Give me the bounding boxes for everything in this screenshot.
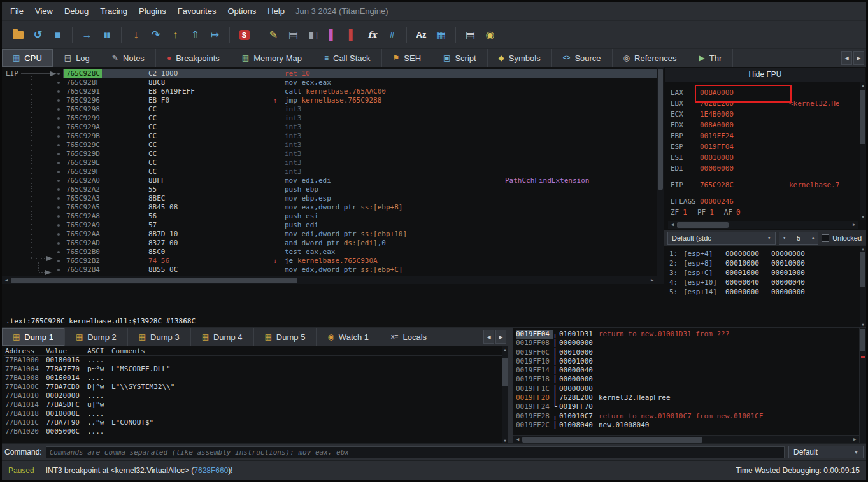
stack-row[interactable]: 0019FF08│00000000 bbox=[516, 339, 858, 348]
tab-seh[interactable]: ⚑SEH bbox=[382, 49, 433, 67]
scroll-thumb[interactable] bbox=[860, 90, 865, 144]
register-row-ecx[interactable]: ECX1E4B0000 bbox=[671, 109, 858, 120]
disasm-vertical-scrollbar[interactable] bbox=[657, 67, 664, 284]
dump-row[interactable]: 77BA100C77BA7CD0Đ|°wL"\\SYSTEM32\\" bbox=[4, 383, 508, 392]
open-file-icon[interactable] bbox=[10, 26, 27, 43]
disasm-row[interactable]: 765C929ACCint3 bbox=[2, 123, 664, 132]
breakpoint-dot-icon[interactable] bbox=[57, 188, 60, 191]
breakpoint-dot-icon[interactable] bbox=[57, 215, 60, 218]
breakpoint-address-link[interactable]: 7628F660 bbox=[194, 466, 228, 475]
tab-dump-4[interactable]: ▦Dump 4 bbox=[191, 328, 254, 346]
breakpoint-dot-icon[interactable] bbox=[57, 180, 60, 182]
tab-threads[interactable]: ▶Thr bbox=[688, 49, 734, 67]
disasm-row[interactable]: 765C929BCCint3 bbox=[2, 132, 664, 141]
register-row-edx[interactable]: EDX008A0000 bbox=[671, 120, 858, 131]
step-over-icon[interactable]: ↷ bbox=[147, 26, 164, 43]
menu-item-help[interactable]: Help bbox=[262, 2, 290, 20]
tab-breakpoints[interactable]: ●Breakpoints bbox=[156, 49, 231, 67]
menu-item-plugins[interactable]: Plugins bbox=[133, 2, 172, 20]
stack-row[interactable]: 0019FF18│00000000 bbox=[516, 375, 858, 384]
breakpoint-dot-icon[interactable] bbox=[57, 144, 60, 146]
breakpoint-dot-icon[interactable] bbox=[57, 242, 60, 245]
breakpoint-dot-icon[interactable] bbox=[57, 126, 60, 129]
disasm-horizontal-scrollbar[interactable]: ◀ ▶ bbox=[2, 276, 657, 284]
argument-row[interactable]: 1:[esp+4]0000000000000000 bbox=[669, 249, 858, 259]
scroll-right-icon[interactable]: ▶ bbox=[648, 278, 657, 283]
breakpoint-dot-icon[interactable] bbox=[57, 135, 60, 138]
breakpoint-dot-icon[interactable] bbox=[57, 108, 60, 111]
breakpoint-dot-icon[interactable] bbox=[57, 171, 60, 173]
stack-row[interactable]: 0019FF1C│00000000 bbox=[516, 385, 858, 393]
disasm-row[interactable]: 765C92AD8327 00and dword ptr ds:[edi],0 bbox=[2, 239, 664, 248]
step-into-source-icon[interactable]: ↦ bbox=[206, 26, 224, 43]
disasm-row[interactable]: 765C92A856push esi bbox=[2, 212, 664, 221]
tab-symbols[interactable]: ◆Symbols bbox=[488, 49, 552, 67]
dump-row[interactable]: 77BA101C77BA7F90..°wL"CONOUT$" bbox=[4, 418, 508, 427]
register-row-esp[interactable]: ESP0019FF04 bbox=[671, 141, 858, 152]
dump-row[interactable]: 77BA10180010000E.... bbox=[4, 409, 508, 418]
command-input[interactable] bbox=[46, 446, 785, 458]
breakpoint-dot-icon[interactable] bbox=[57, 197, 60, 200]
stack-row[interactable]: 0019FF0C│00010000 bbox=[516, 348, 858, 357]
handles-icon[interactable]: ▤ bbox=[462, 26, 479, 43]
register-row-esi[interactable]: ESI00010000 bbox=[671, 152, 858, 163]
menu-item-file[interactable]: File bbox=[4, 2, 29, 20]
disasm-row[interactable]: 765C9298CCint3 bbox=[2, 105, 664, 114]
tab-cpu[interactable]: ▦CPU bbox=[2, 49, 53, 67]
highlight-mode-icon[interactable]: ▌ bbox=[324, 26, 341, 43]
tab-source[interactable]: <>Source bbox=[552, 49, 613, 67]
scroll-track[interactable] bbox=[522, 436, 850, 443]
scroll-left-icon[interactable]: ◀ bbox=[513, 437, 522, 442]
scroll-thumb[interactable] bbox=[522, 437, 702, 443]
breakpoint-dot-icon[interactable] bbox=[57, 233, 60, 236]
disasm-row[interactable]: 765C929FCCint3 bbox=[2, 167, 664, 176]
disasm-row[interactable]: 765C929CCCint3 bbox=[2, 141, 664, 150]
disasm-row[interactable]: 765C92AA8B7D 10mov edi,dword ptr ss:[ebp… bbox=[2, 230, 664, 239]
menu-item-view[interactable]: View bbox=[29, 2, 59, 20]
run-icon[interactable]: → bbox=[78, 26, 96, 43]
run-to-user-code-icon[interactable]: ⇑ bbox=[187, 26, 204, 43]
breakpoint-dot-icon[interactable] bbox=[57, 224, 60, 227]
tab-dump-2[interactable]: ▦Dump 2 bbox=[65, 328, 128, 346]
tab-dump-1[interactable]: ▦Dump 1 bbox=[2, 328, 65, 346]
tab-log[interactable]: ▤Log bbox=[53, 49, 101, 67]
restart-icon[interactable]: ↺ bbox=[29, 26, 46, 43]
execute-till-return-icon[interactable]: ↑ bbox=[167, 26, 184, 43]
scroll-left-icon[interactable]: ◀ bbox=[668, 222, 677, 227]
scroll-thumb[interactable] bbox=[860, 329, 865, 351]
calling-convention-dropdown[interactable]: Default (stdc ▼ bbox=[667, 232, 776, 245]
tab-references[interactable]: ◎References bbox=[613, 49, 688, 67]
tab-script[interactable]: ▣Script bbox=[432, 49, 488, 67]
dump-row[interactable]: 77BA100000180016.... bbox=[4, 356, 508, 365]
scroll-thumb[interactable] bbox=[860, 252, 865, 287]
breakpoint-dot-icon[interactable] bbox=[57, 162, 60, 164]
crc-hash-icon[interactable]: # bbox=[383, 26, 401, 43]
step-into-icon[interactable]: ↓ bbox=[127, 26, 145, 43]
clear-highlight-icon[interactable]: ▌ bbox=[344, 26, 361, 43]
scroll-left-icon[interactable]: ◀ bbox=[2, 278, 11, 283]
tab-dump-5[interactable]: ▦Dump 5 bbox=[254, 328, 317, 346]
stack-row[interactable]: 0019FF28┌010010C7return to new.010010C7 … bbox=[516, 412, 858, 421]
register-row-eflags[interactable]: EFLAGS00000246 bbox=[671, 196, 858, 207]
hide-debugger-icon[interactable]: S bbox=[236, 26, 253, 43]
stack-row[interactable]: 0019FF24└0019FF70 bbox=[516, 402, 858, 411]
memory-regions-icon[interactable]: ◧ bbox=[304, 26, 322, 43]
unlocked-checkbox[interactable]: Unlocked bbox=[822, 234, 863, 242]
patches-icon[interactable]: ▤ bbox=[285, 26, 302, 43]
menu-item-tracing[interactable]: Tracing bbox=[94, 2, 133, 20]
register-row-ebp[interactable]: EBP0019FF24 bbox=[671, 131, 858, 141]
argument-row[interactable]: 2:[esp+8]0001000000010000 bbox=[669, 259, 858, 268]
breakpoint-dot-icon[interactable] bbox=[57, 206, 60, 209]
notes-bulb-icon[interactable]: ◉ bbox=[481, 26, 499, 43]
stack-row[interactable]: 0019FF04┌01001D31return to new.01001D31 … bbox=[516, 330, 858, 339]
scroll-thumb[interactable] bbox=[658, 69, 663, 190]
scroll-right-icon[interactable]: ▶ bbox=[850, 222, 858, 227]
register-row-ebx[interactable]: EBX7628E200<kernel32.He bbox=[671, 98, 858, 109]
register-row-eax[interactable]: EAX008A0000 bbox=[671, 87, 858, 98]
breakpoint-dot-icon[interactable] bbox=[57, 73, 60, 75]
argument-row[interactable]: 4:[esp+10]0000004000000040 bbox=[669, 278, 858, 287]
scroll-right-icon[interactable]: ▶ bbox=[850, 437, 859, 442]
breakpoint-dot-icon[interactable] bbox=[57, 82, 60, 84]
disasm-row[interactable]: 765C92A255push ebp bbox=[2, 185, 664, 194]
calculator-icon[interactable]: fx bbox=[364, 26, 381, 43]
